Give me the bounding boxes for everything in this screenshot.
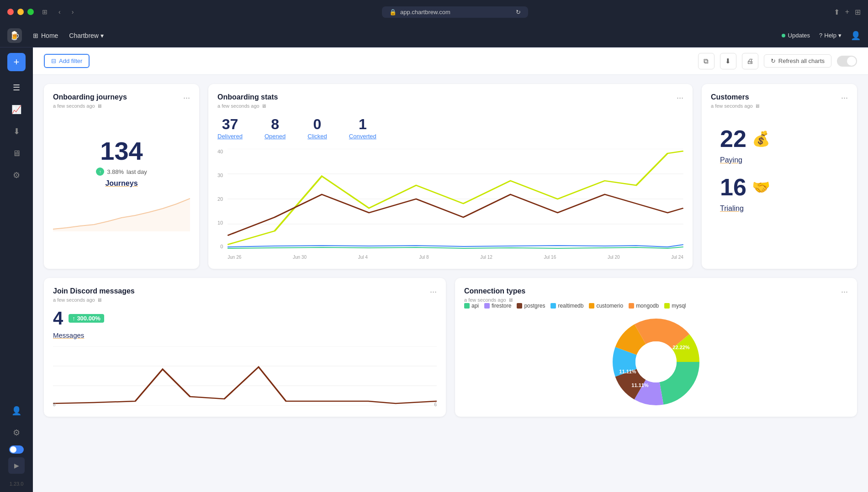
app-logo[interactable]: 🍺 <box>7 28 22 43</box>
navbar: 🍺 ⊞ Home Chartbrew ▾ Updates ? Help ▾ 👤 <box>0 24 868 47</box>
card-menu-button[interactable]: ··· <box>677 93 683 103</box>
titlebar: ⊞ ‹ › 🔒 app.chartbrew.com ↻ ⬆ + ⊞ <box>0 0 868 24</box>
nav-help[interactable]: ? Help ▾ <box>819 32 842 39</box>
address-text: app.chartbrew.com <box>400 9 450 16</box>
legend-label: mysql <box>672 303 686 309</box>
journeys-growth: ↑ 3.88% last day <box>53 167 190 176</box>
help-icon: ? <box>819 32 822 39</box>
app-body: + ☰ 📈 ⬇ 🖥 ⚙ 👤 ⚙ ▶ 1.23.0 ⊟ Add filter ⧉ <box>0 47 868 492</box>
print-button[interactable]: 🖨 <box>742 53 758 69</box>
legend-label: firestore <box>492 303 511 309</box>
toggle-knob <box>847 57 856 66</box>
legend-label: realtimedb <box>558 303 583 309</box>
trialing-label[interactable]: Trialing <box>720 204 848 213</box>
x-label-2: Jun 30 <box>293 255 307 260</box>
sidebar-toggle-btn[interactable]: ⊞ <box>39 7 50 16</box>
sidebar-item-monitor[interactable]: 🖥 <box>7 144 26 162</box>
legend-color <box>464 303 470 309</box>
nav-user[interactable]: 👤 <box>851 31 861 41</box>
y-8: 8 <box>53 402 56 407</box>
paying-label-container: Paying <box>711 156 848 164</box>
legend-color <box>484 303 490 309</box>
top-cards: Onboarding journeys a few seconds ago 🖥 … <box>33 75 868 278</box>
card-timestamp: a few seconds ago 🖥 <box>464 297 525 303</box>
journeys-number: 134 <box>53 136 190 166</box>
auto-refresh-toggle[interactable] <box>837 56 857 67</box>
copy-button[interactable]: ⧉ <box>698 53 715 69</box>
stat-converted: 1 Converted <box>349 116 376 140</box>
bottom-cards: Join Discord messages a few seconds ago … <box>33 278 868 426</box>
stat-opened: 8 Opened <box>265 116 286 140</box>
clicked-label[interactable]: Clicked <box>307 133 327 140</box>
sidebar-item-user[interactable]: 👤 <box>7 402 26 420</box>
y-axis-30: 30 <box>217 173 223 178</box>
sidebar-item-admin[interactable]: ⚙ <box>7 424 26 442</box>
messages-link[interactable]: Messages <box>53 331 437 339</box>
download-button[interactable]: ⬇ <box>720 53 736 69</box>
customers-card: Customers a few seconds ago 🖥 ··· 22 💰 P… <box>702 84 857 269</box>
discord-growth: ↑ 300.00% <box>69 314 104 323</box>
home-icon: ⊞ <box>33 32 38 39</box>
minimize-button[interactable] <box>17 9 24 15</box>
x-label-5: Jul 12 <box>480 255 492 260</box>
donut-chart: 11.11% 11.11% 22.22% <box>583 316 729 408</box>
chevron-down-icon: ▾ <box>101 32 104 39</box>
card-menu-button[interactable]: ··· <box>841 93 848 103</box>
sidebar-item-settings[interactable]: ⚙ <box>7 166 26 184</box>
discord-chart: 8 6 <box>53 346 437 406</box>
journeys-link[interactable]: Journeys <box>53 179 190 188</box>
card-menu-button[interactable]: ··· <box>841 287 848 297</box>
nav-updates[interactable]: Updates <box>782 32 810 39</box>
legend-mongodb: mongodb <box>629 303 659 309</box>
monitor-icon: 🖥 <box>755 103 760 109</box>
card-menu-button[interactable]: ··· <box>183 93 190 103</box>
forward-btn[interactable]: › <box>69 7 77 16</box>
x-label-7: Jul 20 <box>608 255 620 260</box>
card-header: Onboarding stats a few seconds ago 🖥 ··· <box>217 93 683 109</box>
legend-mysql: mysql <box>664 303 686 309</box>
trialing-number: 16 <box>720 173 746 201</box>
maximize-button[interactable] <box>27 9 34 15</box>
add-filter-button[interactable]: ⊟ Add filter <box>44 54 90 68</box>
filter-icon: ⊟ <box>51 58 56 64</box>
tabs-icon[interactable]: ⊞ <box>855 8 861 16</box>
sidebar-add-button[interactable]: + <box>7 53 26 71</box>
monitor-icon: 🖥 <box>508 297 513 303</box>
filter-label: Add filter <box>59 58 82 64</box>
new-tab-icon[interactable]: + <box>845 8 849 16</box>
lock-icon: 🔒 <box>389 9 397 16</box>
timestamp-text: a few seconds ago <box>53 103 95 109</box>
sidebar-item-chart[interactable]: 📈 <box>7 100 26 119</box>
legend-color <box>550 303 556 309</box>
connection-types-card: Connection types a few seconds ago 🖥 ···… <box>455 278 857 417</box>
sidebar-item-hamburger[interactable]: ☰ <box>7 79 26 97</box>
nav-brand[interactable]: Chartbrew ▾ <box>69 32 104 39</box>
nav-home[interactable]: ⊞ Home <box>33 32 58 39</box>
back-btn[interactable]: ‹ <box>56 7 64 16</box>
download-icon: ⬇ <box>725 57 731 65</box>
toolbar: ⊟ Add filter ⧉ ⬇ 🖨 ↻ Refresh all charts <box>33 47 868 75</box>
monitor-icon: 🖥 <box>97 103 102 109</box>
reload-icon[interactable]: ↻ <box>516 9 521 16</box>
card-timestamp: a few seconds ago 🖥 <box>53 103 127 109</box>
delivered-label[interactable]: Delivered <box>217 133 243 140</box>
sidebar-play-button[interactable]: ▶ <box>8 457 25 474</box>
help-label: Help <box>824 32 836 39</box>
copy-icon: ⧉ <box>704 57 709 65</box>
donut-chart-container: 11.11% 11.11% 22.22% <box>464 316 848 408</box>
refresh-all-button[interactable]: ↻ Refresh all charts <box>764 54 831 68</box>
card-menu-button[interactable]: ··· <box>430 287 437 297</box>
x-label-3: Jul 4 <box>358 255 368 260</box>
brand-label: Chartbrew <box>69 32 99 39</box>
address-bar[interactable]: 🔒 app.chartbrew.com ↻ <box>382 6 528 18</box>
converted-label[interactable]: Converted <box>349 133 376 140</box>
sidebar-item-filter[interactable]: ⬇ <box>7 122 26 141</box>
paying-label[interactable]: Paying <box>720 156 848 164</box>
card-timestamp: a few seconds ago 🖥 <box>711 103 760 109</box>
share-icon[interactable]: ⬆ <box>834 8 840 16</box>
sidebar-dark-toggle[interactable] <box>9 445 24 454</box>
stats-numbers: 37 Delivered 8 Opened 0 Clicked 1 Conver… <box>217 116 683 140</box>
opened-label[interactable]: Opened <box>265 133 286 140</box>
discord-number: 4 <box>53 308 63 329</box>
close-button[interactable] <box>7 9 14 15</box>
